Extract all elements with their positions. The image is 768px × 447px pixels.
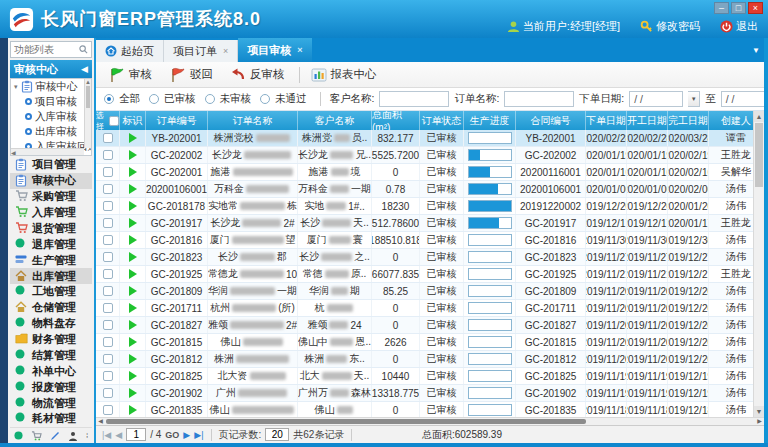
- toolbar-button-3[interactable]: 报表中心: [305, 65, 386, 84]
- table-row[interactable]: GC-202001施港施港境0已审核202001160012020/01/162…: [96, 164, 764, 181]
- function-search-input[interactable]: [14, 44, 79, 55]
- row-checkbox[interactable]: [103, 405, 113, 415]
- row-checkbox[interactable]: [103, 388, 113, 398]
- sidebar-item-7[interactable]: 出库管理: [10, 268, 92, 284]
- collapse-icon[interactable]: ◀: [81, 64, 88, 74]
- header-cell-9[interactable]: 下单日期: [586, 111, 627, 130]
- tree-item-0[interactable]: 项目审核: [11, 94, 91, 109]
- header-cell-2[interactable]: 订单编号: [146, 111, 208, 130]
- table-row[interactable]: GC-202002长沙龙长沙龙兄..65525.7200..已审核GC-2020…: [96, 147, 764, 164]
- row-checkbox[interactable]: [103, 235, 113, 245]
- row-checkbox[interactable]: [103, 354, 113, 364]
- cart-icon[interactable]: [31, 431, 42, 441]
- table-row[interactable]: GC-2018178实地常栋实地1#..18230已审核201912200022…: [96, 198, 764, 215]
- row-checkbox[interactable]: [103, 218, 113, 228]
- row-checkbox[interactable]: [103, 337, 113, 347]
- table-row[interactable]: GC-201711杭州(所)杭0已审核GC-2017112019/11/2020…: [96, 300, 764, 317]
- status-dot-icon[interactable]: [14, 431, 23, 440]
- table-row[interactable]: GC-201835佛山佛山0已审核GC-2018352019/11/182019…: [96, 402, 764, 417]
- tab-1[interactable]: 项目订单×: [164, 40, 238, 62]
- table-row[interactable]: YB-202001株洲党校株洲党员..832.177已审核YB-20200120…: [96, 130, 764, 147]
- sidebar-panel-header[interactable]: 审核中心 ◀: [10, 60, 92, 78]
- tree-item-2[interactable]: 出库审核: [11, 124, 91, 139]
- customer-name-input[interactable]: [379, 91, 449, 107]
- scroll-down-icon[interactable]: ▼: [754, 406, 764, 417]
- header-cell-6[interactable]: 订单状态: [420, 111, 464, 130]
- tree-item-1[interactable]: 入库审核: [11, 109, 91, 124]
- row-checkbox[interactable]: [103, 303, 113, 313]
- header-checkbox[interactable]: [109, 116, 119, 126]
- tab-overflow-icon[interactable]: ▼: [752, 46, 760, 55]
- date-field-2[interactable]: / /: [629, 91, 683, 107]
- tab-0[interactable]: 起始页: [96, 40, 164, 62]
- tree-vscrollbar[interactable]: ▲: [84, 79, 91, 148]
- row-checkbox[interactable]: [103, 286, 113, 296]
- next-page-button[interactable]: ▶: [183, 430, 190, 440]
- table-row[interactable]: GC-201827雅颂2#雅颂240已审核GC-2018272019/11/20…: [96, 317, 764, 334]
- overflow-dots-icon[interactable]: ⁞: [86, 431, 88, 440]
- table-row[interactable]: GC-201823长沙郡长沙之..0已审核GC-2018232019/11/27…: [96, 249, 764, 266]
- row-checkbox[interactable]: [103, 201, 113, 211]
- row-checkbox[interactable]: [103, 320, 113, 330]
- grid-hscroll-thumb[interactable]: [106, 419, 586, 424]
- close-button[interactable]: ×: [748, 2, 763, 14]
- sidebar-item-5[interactable]: 退库管理: [10, 236, 92, 252]
- sidebar-item-8[interactable]: 工地管理: [10, 284, 92, 300]
- tree-root[interactable]: ▾审核中心: [11, 79, 91, 94]
- tree-expander-icon[interactable]: ▾: [14, 83, 18, 91]
- sidebar-item-10[interactable]: 物料盘存: [10, 316, 92, 332]
- tree-scroll-thumb[interactable]: [86, 86, 90, 108]
- header-cell-3[interactable]: 订单名称: [208, 111, 298, 130]
- radio-1[interactable]: [149, 94, 159, 104]
- last-page-button[interactable]: ▶|: [194, 430, 203, 440]
- table-row[interactable]: GC-201825北大资北大天..10440已审核GC-2018252019/1…: [96, 368, 764, 385]
- row-checkbox[interactable]: [103, 133, 113, 143]
- sidebar-item-15[interactable]: 物流管理: [10, 395, 92, 411]
- minimize-button[interactable]: –: [714, 2, 729, 14]
- sidebar-item-0[interactable]: 项目管理: [10, 157, 92, 173]
- table-row[interactable]: GC-201812株洲株洲东..0已审核GC-2018122019/11/202…: [96, 351, 764, 368]
- toolbar-button-2[interactable]: 反审核: [224, 65, 294, 84]
- header-cell-1[interactable]: 标识: [120, 111, 146, 130]
- sidebar-item-16[interactable]: 耗材管理: [10, 411, 92, 427]
- header-cell-4[interactable]: 客户名称: [298, 111, 372, 130]
- sidebar-item-1[interactable]: 审核中心: [10, 173, 92, 189]
- sidebar-item-11[interactable]: 财务管理: [10, 332, 92, 348]
- row-checkbox[interactable]: [103, 167, 113, 177]
- header-cell-0[interactable]: 选择: [96, 111, 120, 130]
- tree-hscrollbar[interactable]: ◀: [11, 148, 84, 155]
- table-row[interactable]: GC-201816厦门望厦门寰188510.818已审核GC-201816201…: [96, 232, 764, 249]
- table-row[interactable]: GC-201917长沙龙2#长沙天..8512.78600..已审核GC-201…: [96, 215, 764, 232]
- sidebar-item-2[interactable]: 采购管理: [10, 189, 92, 205]
- tab-2[interactable]: 项目审核×: [238, 38, 311, 62]
- grid-hscrollbar[interactable]: ◀ ▶: [96, 417, 764, 425]
- radio-2[interactable]: [205, 94, 215, 104]
- first-page-button[interactable]: |◀: [102, 430, 111, 440]
- order-name-input[interactable]: [504, 91, 574, 107]
- table-row[interactable]: GC-201809华润一期华润期85.25已审核GC-2018092019/11…: [96, 283, 764, 300]
- date-field-3[interactable]: / /: [721, 91, 764, 107]
- table-row[interactable]: 20200106001万科金万科金一期0.78已审核20200106001202…: [96, 181, 764, 198]
- header-cell-7[interactable]: 生产进度: [464, 111, 516, 130]
- grid-scroll-thumb[interactable]: [755, 123, 763, 187]
- radio-3[interactable]: [260, 94, 270, 104]
- table-row[interactable]: GC-201902广州广州万森林13318.775已审核GC-201902201…: [96, 385, 764, 402]
- sidebar-item-12[interactable]: 结算管理: [10, 348, 92, 364]
- radio-0[interactable]: [104, 94, 114, 104]
- prev-page-button[interactable]: ◀: [115, 430, 122, 440]
- tab-close-icon[interactable]: ×: [297, 45, 302, 55]
- row-checkbox[interactable]: [103, 150, 113, 160]
- scroll-right-icon[interactable]: ▶: [755, 418, 764, 425]
- person-icon[interactable]: [68, 431, 78, 441]
- scroll-up-icon[interactable]: ▲: [754, 111, 764, 122]
- change-password-button[interactable]: 修改密码: [640, 19, 700, 34]
- go-button[interactable]: GO: [165, 430, 179, 440]
- pen-icon[interactable]: [50, 431, 60, 441]
- tab-close-icon[interactable]: ×: [223, 46, 228, 56]
- header-cell-11[interactable]: 完工日期: [668, 111, 709, 130]
- row-checkbox[interactable]: [103, 371, 113, 381]
- toolbar-button-1[interactable]: 驳回: [163, 65, 222, 85]
- row-checkbox[interactable]: [103, 184, 113, 194]
- calendar-dropdown-icon[interactable]: ▼: [688, 91, 700, 107]
- sidebar-item-9[interactable]: 仓储管理: [10, 300, 92, 316]
